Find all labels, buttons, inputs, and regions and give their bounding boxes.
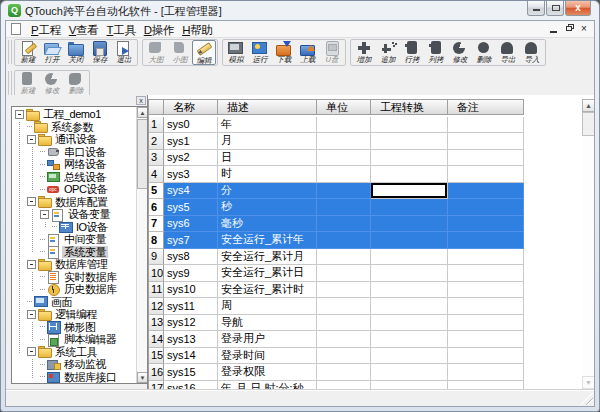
cell-desc[interactable]: 导航 <box>218 315 317 332</box>
cell-note[interactable] <box>448 331 524 348</box>
tree-item[interactable]: 串口设备 <box>12 146 136 159</box>
cell-name[interactable]: sys0 <box>164 117 218 134</box>
row-number[interactable]: 6 <box>149 199 164 216</box>
cell-name[interactable]: sys5 <box>164 199 218 216</box>
cell-desc[interactable]: 安全运行_累计月 <box>218 249 317 266</box>
cell-conversion[interactable] <box>371 117 448 134</box>
toolbar-button-pac-d[interactable]: 修改 <box>40 71 64 96</box>
table-scrollbar[interactable]: ▲ ▼ <box>582 99 594 390</box>
cell-note[interactable] <box>448 216 524 233</box>
column-header[interactable]: 备注 <box>448 100 524 115</box>
tree-item[interactable]: 系统工具 <box>12 346 136 359</box>
toolbar-button-usb[interactable]: U盘 <box>320 40 344 65</box>
cell-unit[interactable] <box>317 150 371 167</box>
toolbar-button-run[interactable]: 运行 <box>248 40 272 65</box>
tree-item[interactable]: IO设备 <box>12 221 136 234</box>
cell-unit[interactable] <box>317 315 371 332</box>
toolbar-button-blob[interactable]: 大图 <box>144 40 168 65</box>
tree-item[interactable]: 数据库管理 <box>12 258 136 271</box>
menu-item-T[interactable]: T工具 <box>103 24 140 36</box>
row-number[interactable]: 10 <box>149 265 164 282</box>
menu-item-P[interactable]: P工程 <box>27 24 65 36</box>
cell-name[interactable]: sys15 <box>164 364 218 381</box>
resize-grip[interactable] <box>580 392 593 405</box>
row-number[interactable]: 17 <box>149 381 164 391</box>
row-number[interactable]: 2 <box>149 133 164 150</box>
title-bar[interactable]: Q QTouch跨平台自动化软件 - [工程管理器] x <box>1 1 599 20</box>
cell-name[interactable]: sys10 <box>164 282 218 299</box>
column-header[interactable]: 描述 <box>218 100 317 115</box>
cell-conversion[interactable] <box>371 216 448 233</box>
tree-item[interactable]: 通讯设备 <box>12 133 136 146</box>
cell-note[interactable] <box>448 381 524 391</box>
cell-conversion[interactable] <box>371 166 448 183</box>
row-number[interactable]: 11 <box>149 282 164 299</box>
cell-unit[interactable] <box>317 348 371 365</box>
cell-unit[interactable] <box>317 216 371 233</box>
toolbar-button-sq-d[interactable]: 新建 <box>16 71 40 96</box>
cell-conversion[interactable] <box>371 249 448 266</box>
toolbar-button-append[interactable]: 追加 <box>376 40 400 65</box>
toolbar-button-add[interactable]: 增加 <box>352 40 376 65</box>
row-number[interactable]: 14 <box>149 331 164 348</box>
row-number[interactable]: 12 <box>149 298 164 315</box>
tree-item[interactable]: 工程_demo1 <box>12 108 136 121</box>
toolbar-button-save[interactable]: 保存 <box>88 40 112 65</box>
tree-item[interactable]: 数据库接口 <box>12 371 136 384</box>
toolbar-button-blob2[interactable]: 小图 <box>168 40 192 65</box>
cell-note[interactable] <box>448 133 524 150</box>
cell-desc[interactable]: 年 <box>218 117 317 134</box>
cell-name[interactable]: sys4 <box>164 183 218 200</box>
tree-expander-icon[interactable] <box>27 135 36 144</box>
toolbar-button-down[interactable]: 下载 <box>272 40 296 65</box>
cell-unit[interactable] <box>317 282 371 299</box>
cell-name[interactable]: sys9 <box>164 265 218 282</box>
tree-item[interactable]: 网络设备 <box>12 158 136 171</box>
cell-unit[interactable] <box>317 166 371 183</box>
toolbar-button-pac[interactable]: 修改 <box>448 40 472 65</box>
cell-note[interactable] <box>448 282 524 299</box>
tree-scrollbar[interactable]: ▲ ▼ <box>136 107 147 383</box>
cell-name[interactable]: sys3 <box>164 166 218 183</box>
cell-conversion[interactable] <box>371 298 448 315</box>
cell-note[interactable] <box>448 364 524 381</box>
cell-unit[interactable] <box>317 232 371 249</box>
toolbar-button-edit[interactable]: 编辑 <box>192 40 216 65</box>
column-header[interactable]: 名称 <box>164 100 218 115</box>
cell-conversion[interactable] <box>371 150 448 167</box>
cell-name[interactable]: sys6 <box>164 216 218 233</box>
cell-note[interactable] <box>448 117 524 134</box>
cell-conversion[interactable] <box>371 331 448 348</box>
maximize-button[interactable] <box>546 1 564 16</box>
tree-item[interactable]: 实时数据库 <box>12 271 136 284</box>
cell-note[interactable] <box>448 249 524 266</box>
cell-note[interactable] <box>448 265 524 282</box>
cell-name[interactable]: sys1 <box>164 133 218 150</box>
cell-unit[interactable] <box>317 133 371 150</box>
row-number[interactable]: 5 <box>149 183 164 200</box>
cell-unit[interactable] <box>317 331 371 348</box>
row-number[interactable]: 3 <box>149 150 164 167</box>
toolbar-button-docsil[interactable]: 行拷 <box>400 40 424 65</box>
row-number[interactable]: 16 <box>149 364 164 381</box>
cell-unit[interactable] <box>317 199 371 216</box>
cell-note[interactable] <box>448 298 524 315</box>
cell-note[interactable] <box>448 315 524 332</box>
row-number[interactable]: 8 <box>149 232 164 249</box>
toolbar-button-docsil[interactable]: 列拷 <box>424 40 448 65</box>
cell-name[interactable]: sys8 <box>164 249 218 266</box>
toolbar-gripper[interactable] <box>8 71 12 95</box>
cell-conversion[interactable] <box>371 265 448 282</box>
toolbar-button-open[interactable]: 打开 <box>40 40 64 65</box>
row-number[interactable]: 13 <box>149 315 164 332</box>
cell-unit[interactable] <box>317 298 371 315</box>
cell-conversion[interactable] <box>371 232 448 249</box>
tree-item[interactable]: 逻辑编程 <box>12 308 136 321</box>
minimize-button[interactable] <box>527 1 545 16</box>
table-scroll-up-icon[interactable]: ▲ <box>582 99 594 112</box>
cell-conversion[interactable] <box>371 199 448 216</box>
toolbar-button-dome[interactable]: 导入 <box>520 40 544 65</box>
table-scroll-thumb[interactable] <box>582 112 594 136</box>
cell-unit[interactable] <box>317 364 371 381</box>
cell-conversion[interactable] <box>371 381 448 391</box>
